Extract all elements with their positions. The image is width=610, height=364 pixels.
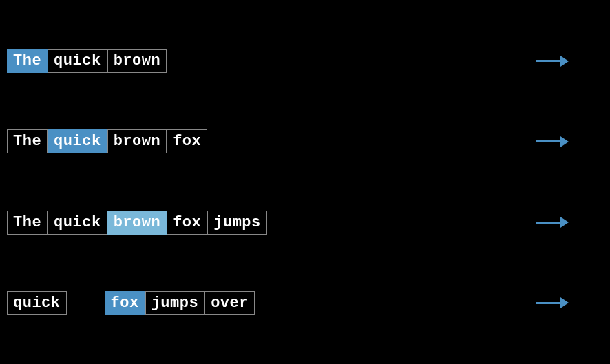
words-row-2: The quick brown fox [7, 129, 207, 153]
arrow-line-4 [536, 302, 560, 304]
word-over-4: over [204, 291, 255, 315]
word-brown-3: brown [107, 211, 167, 235]
arrow-line-1 [536, 60, 560, 62]
arrow-line-3 [536, 222, 560, 224]
word-quick-1: quick [48, 49, 107, 73]
word-the-1: The [7, 49, 48, 73]
row-1: The quick brown [0, 49, 610, 73]
word-quick-2: quick [48, 129, 107, 153]
arrow-head-4 [560, 297, 569, 308]
word-fox-2: fox [167, 129, 207, 153]
arrow-1 [536, 56, 569, 67]
words-row-3: The quick brown fox jumps [7, 211, 267, 235]
row-3: The quick brown fox jumps [0, 211, 610, 235]
word-jumps-3: jumps [207, 211, 267, 235]
row-4: quick fox jumps over [0, 291, 610, 315]
arrow-2 [536, 136, 569, 147]
word-jumps-4: jumps [145, 291, 205, 315]
word-the-2: The [7, 129, 48, 153]
word-quick-4: quick [7, 291, 67, 315]
word-quick-3: quick [48, 211, 107, 235]
word-the-3: The [7, 211, 48, 235]
arrow-line-2 [536, 140, 560, 142]
main-container: The quick brown The quick brown fox The … [0, 0, 610, 364]
arrow-head-3 [560, 217, 569, 228]
arrow-head-2 [560, 136, 569, 147]
word-brown-2: brown [107, 129, 167, 153]
word-fox-3: fox [167, 211, 207, 235]
word-brown-1: brown [107, 49, 167, 73]
arrow-head-1 [560, 56, 569, 67]
arrow-3 [536, 217, 569, 228]
arrow-4 [536, 297, 569, 308]
words-row-4: quick fox jumps over [7, 291, 255, 315]
word-fox-4: fox [105, 291, 145, 315]
words-row-1: The quick brown [7, 49, 167, 73]
row-2: The quick brown fox [0, 129, 610, 153]
